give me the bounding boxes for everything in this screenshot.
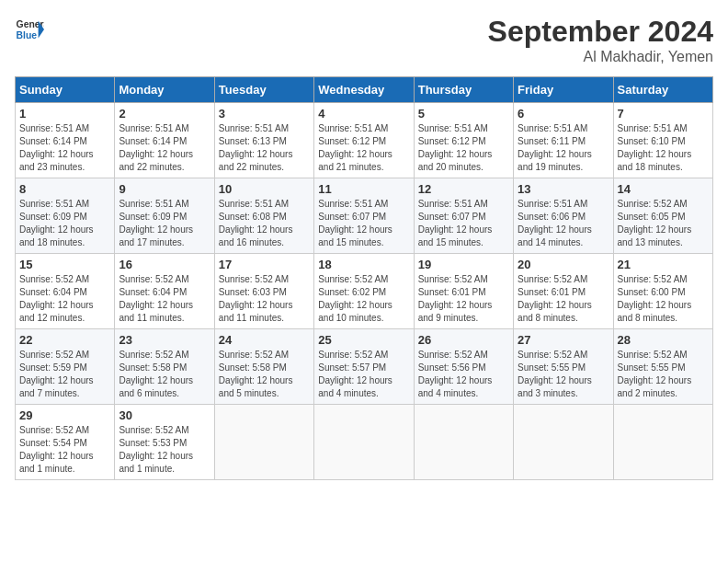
calendar-cell: 22Sunrise: 5:52 AMSunset: 5:59 PMDayligh…	[16, 329, 115, 405]
day-info: Sunrise: 5:51 AMSunset: 6:09 PMDaylight:…	[119, 198, 210, 249]
weekday-header: Friday	[514, 77, 613, 103]
day-number: 8	[19, 182, 110, 196]
page-header: General Blue September 2024 Al Makhadir,…	[15, 15, 713, 65]
calendar-cell: 3Sunrise: 5:51 AMSunset: 6:13 PMDaylight…	[214, 103, 313, 178]
day-info: Sunrise: 5:51 AMSunset: 6:07 PMDaylight:…	[418, 198, 509, 249]
day-info: Sunrise: 5:51 AMSunset: 6:09 PMDaylight:…	[19, 198, 110, 249]
day-number: 7	[618, 107, 709, 121]
calendar-cell	[214, 405, 313, 480]
day-info: Sunrise: 5:51 AMSunset: 6:12 PMDaylight:…	[418, 122, 509, 174]
day-info: Sunrise: 5:51 AMSunset: 6:07 PMDaylight:…	[318, 198, 409, 249]
day-number: 24	[219, 333, 310, 347]
calendar-cell	[314, 405, 414, 480]
day-number: 27	[518, 333, 609, 347]
calendar-cell: 1Sunrise: 5:51 AMSunset: 6:14 PMDaylight…	[16, 103, 115, 178]
day-number: 21	[618, 258, 709, 271]
weekday-header: Wednesday	[314, 77, 414, 103]
calendar-cell: 10Sunrise: 5:51 AMSunset: 6:08 PMDayligh…	[214, 178, 313, 254]
calendar-cell: 16Sunrise: 5:52 AMSunset: 6:04 PMDayligh…	[115, 254, 214, 329]
calendar-cell: 20Sunrise: 5:52 AMSunset: 6:01 PMDayligh…	[514, 254, 613, 329]
calendar-cell: 24Sunrise: 5:52 AMSunset: 5:58 PMDayligh…	[214, 329, 313, 405]
calendar-cell: 4Sunrise: 5:51 AMSunset: 6:12 PMDaylight…	[314, 103, 414, 178]
day-info: Sunrise: 5:52 AMSunset: 6:05 PMDaylight:…	[618, 198, 709, 249]
day-info: Sunrise: 5:52 AMSunset: 5:58 PMDaylight:…	[119, 349, 210, 400]
weekday-header: Tuesday	[214, 77, 313, 103]
day-number: 4	[318, 107, 409, 121]
day-info: Sunrise: 5:51 AMSunset: 6:14 PMDaylight:…	[119, 122, 210, 174]
day-info: Sunrise: 5:52 AMSunset: 5:54 PMDaylight:…	[19, 424, 110, 476]
day-number: 13	[518, 182, 609, 196]
day-info: Sunrise: 5:52 AMSunset: 5:59 PMDaylight:…	[19, 349, 110, 400]
calendar-cell: 14Sunrise: 5:52 AMSunset: 6:05 PMDayligh…	[613, 178, 712, 254]
day-info: Sunrise: 5:51 AMSunset: 6:11 PMDaylight:…	[518, 122, 609, 174]
day-number: 12	[418, 182, 509, 196]
calendar-cell	[514, 405, 613, 480]
calendar-cell: 18Sunrise: 5:52 AMSunset: 6:02 PMDayligh…	[314, 254, 414, 329]
calendar-week-row: 22Sunrise: 5:52 AMSunset: 5:59 PMDayligh…	[16, 329, 713, 405]
day-info: Sunrise: 5:52 AMSunset: 6:03 PMDaylight:…	[219, 273, 310, 325]
calendar-cell: 26Sunrise: 5:52 AMSunset: 5:56 PMDayligh…	[414, 329, 513, 405]
day-info: Sunrise: 5:51 AMSunset: 6:14 PMDaylight:…	[19, 122, 110, 174]
calendar-cell: 25Sunrise: 5:52 AMSunset: 5:57 PMDayligh…	[314, 329, 414, 405]
day-info: Sunrise: 5:52 AMSunset: 6:01 PMDaylight:…	[418, 273, 509, 325]
weekday-header: Thursday	[414, 77, 513, 103]
day-info: Sunrise: 5:52 AMSunset: 6:04 PMDaylight:…	[19, 273, 110, 325]
day-number: 17	[219, 258, 310, 271]
month-title: September 2024	[488, 15, 713, 49]
calendar-cell: 19Sunrise: 5:52 AMSunset: 6:01 PMDayligh…	[414, 254, 513, 329]
calendar-cell: 15Sunrise: 5:52 AMSunset: 6:04 PMDayligh…	[16, 254, 115, 329]
day-info: Sunrise: 5:52 AMSunset: 6:04 PMDaylight:…	[119, 273, 210, 325]
calendar-cell: 13Sunrise: 5:51 AMSunset: 6:06 PMDayligh…	[514, 178, 613, 254]
day-info: Sunrise: 5:51 AMSunset: 6:06 PMDaylight:…	[518, 198, 609, 249]
day-number: 2	[119, 107, 210, 121]
day-number: 10	[219, 182, 310, 196]
day-number: 30	[119, 408, 210, 422]
calendar-cell	[613, 405, 712, 480]
day-number: 15	[19, 258, 110, 271]
calendar-cell: 8Sunrise: 5:51 AMSunset: 6:09 PMDaylight…	[16, 178, 115, 254]
day-number: 22	[19, 333, 110, 347]
day-number: 9	[119, 182, 210, 196]
calendar-week-row: 15Sunrise: 5:52 AMSunset: 6:04 PMDayligh…	[16, 254, 713, 329]
svg-text:Blue: Blue	[17, 30, 38, 40]
day-info: Sunrise: 5:51 AMSunset: 6:12 PMDaylight:…	[318, 122, 409, 174]
day-number: 28	[618, 333, 709, 347]
calendar-cell: 5Sunrise: 5:51 AMSunset: 6:12 PMDaylight…	[414, 103, 513, 178]
day-info: Sunrise: 5:51 AMSunset: 6:10 PMDaylight:…	[618, 122, 709, 174]
day-number: 29	[19, 408, 110, 422]
day-number: 26	[418, 333, 509, 347]
weekday-header: Monday	[115, 77, 214, 103]
day-number: 11	[318, 182, 409, 196]
day-info: Sunrise: 5:52 AMSunset: 5:53 PMDaylight:…	[119, 424, 210, 476]
calendar-cell: 28Sunrise: 5:52 AMSunset: 5:55 PMDayligh…	[613, 329, 712, 405]
day-info: Sunrise: 5:52 AMSunset: 5:56 PMDaylight:…	[418, 349, 509, 400]
calendar-header-row: SundayMondayTuesdayWednesdayThursdayFrid…	[16, 77, 713, 103]
calendar-week-row: 8Sunrise: 5:51 AMSunset: 6:09 PMDaylight…	[16, 178, 713, 254]
day-number: 18	[318, 258, 409, 271]
calendar-cell: 6Sunrise: 5:51 AMSunset: 6:11 PMDaylight…	[514, 103, 613, 178]
day-number: 16	[119, 258, 210, 271]
calendar-cell: 30Sunrise: 5:52 AMSunset: 5:53 PMDayligh…	[115, 405, 214, 480]
calendar-cell: 12Sunrise: 5:51 AMSunset: 6:07 PMDayligh…	[414, 178, 513, 254]
day-info: Sunrise: 5:52 AMSunset: 5:57 PMDaylight:…	[318, 349, 409, 400]
calendar-cell: 2Sunrise: 5:51 AMSunset: 6:14 PMDaylight…	[115, 103, 214, 178]
logo-icon: General Blue	[15, 15, 44, 44]
location: Al Makhadir, Yemen	[488, 49, 713, 65]
day-number: 5	[418, 107, 509, 121]
calendar-cell: 27Sunrise: 5:52 AMSunset: 5:55 PMDayligh…	[514, 329, 613, 405]
day-number: 19	[418, 258, 509, 271]
day-info: Sunrise: 5:52 AMSunset: 5:55 PMDaylight:…	[618, 349, 709, 400]
calendar-cell: 11Sunrise: 5:51 AMSunset: 6:07 PMDayligh…	[314, 178, 414, 254]
day-info: Sunrise: 5:52 AMSunset: 5:55 PMDaylight:…	[518, 349, 609, 400]
weekday-header: Sunday	[16, 77, 115, 103]
calendar-cell: 21Sunrise: 5:52 AMSunset: 6:00 PMDayligh…	[613, 254, 712, 329]
day-info: Sunrise: 5:52 AMSunset: 6:00 PMDaylight:…	[618, 273, 709, 325]
calendar-cell: 17Sunrise: 5:52 AMSunset: 6:03 PMDayligh…	[214, 254, 313, 329]
day-info: Sunrise: 5:52 AMSunset: 6:01 PMDaylight:…	[518, 273, 609, 325]
day-number: 20	[518, 258, 609, 271]
calendar-week-row: 1Sunrise: 5:51 AMSunset: 6:14 PMDaylight…	[16, 103, 713, 178]
day-number: 23	[119, 333, 210, 347]
day-info: Sunrise: 5:51 AMSunset: 6:13 PMDaylight:…	[219, 122, 310, 174]
day-info: Sunrise: 5:51 AMSunset: 6:08 PMDaylight:…	[219, 198, 310, 249]
calendar-table: SundayMondayTuesdayWednesdayThursdayFrid…	[15, 76, 713, 480]
